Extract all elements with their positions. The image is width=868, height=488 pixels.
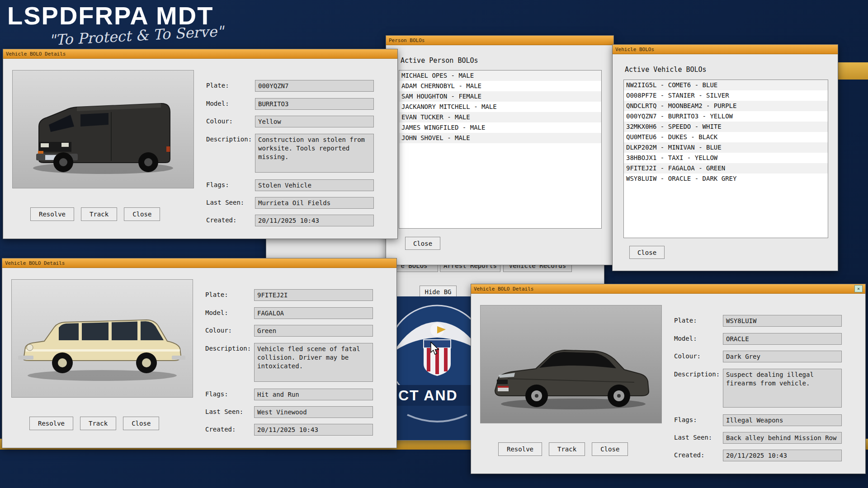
bolo-list-item[interactable]: JAMES WINGFILED - MALE — [399, 122, 601, 133]
bolo-list-item[interactable]: 9FITEJ2I - FAGALOA - GREEN — [624, 163, 828, 174]
description-field[interactable]: Suspect dealing illegal firearms from ve… — [723, 369, 842, 408]
bolo-list-item[interactable]: DLKP202M - MINIVAN - BLUE — [624, 142, 828, 153]
plate-label: Plate: — [205, 291, 228, 298]
last-seen-label: Last Seen: — [206, 199, 244, 206]
flags-label: Flags: — [206, 181, 229, 188]
description-label: Description: — [205, 345, 251, 352]
resolve-button[interactable]: Resolve — [30, 207, 74, 221]
bolo-list-item[interactable]: 38HBOJX1 - TAXI - YELLOW — [624, 153, 828, 163]
window-title: Vehicle BOLO Details — [5, 260, 65, 266]
bolo-list-item[interactable]: QNDCLRTQ - MOONBEAM2 - PURPLE — [624, 101, 828, 111]
bolo-details-window-fagaloa: Vehicle BOLO Details — [2, 258, 397, 448]
colour-label: Colour: — [674, 352, 701, 360]
plate-label: Plate: — [206, 82, 229, 89]
person-bolos-window: Person BOLOs Active Person BOLOs MICHAEL… — [386, 35, 614, 265]
vehicle-bolos-list[interactable]: NW2IIG5L - COMET6 - BLUEO008PF7E - STANI… — [623, 80, 828, 238]
window-title: Vehicle BOLOs — [615, 47, 654, 52]
close-button[interactable]: Close — [629, 246, 665, 259]
person-bolos-heading: Active Person BOLOs — [401, 56, 478, 65]
window-title: Vehicle BOLO Details — [6, 51, 66, 57]
model-field[interactable]: BURRITO3 — [255, 98, 374, 110]
description-label: Description: — [206, 136, 252, 143]
flags-field[interactable]: Hit and Run — [254, 389, 373, 400]
bolo-list-item[interactable]: 000YQZN7 - BURRITO3 - YELLOW — [624, 111, 828, 122]
gold-patch — [836, 62, 868, 80]
window-titlebar[interactable]: Vehicle BOLO Details — [2, 258, 396, 268]
close-button[interactable]: Close — [123, 417, 159, 430]
bolo-list-item[interactable]: NW2IIG5L - COMET6 - BLUE — [624, 80, 828, 90]
description-field[interactable]: Construction van stolen from worksite. T… — [255, 134, 374, 173]
track-button[interactable]: Track — [80, 417, 116, 430]
created-field[interactable]: 20/11/2025 10:43 — [723, 450, 842, 461]
bolo-list-item[interactable]: EVAN TUCKER - MALE — [399, 112, 601, 122]
bolo-list-item[interactable]: JOHN SHOVEL - MALE — [399, 133, 601, 143]
description-field[interactable]: Vehicle fled scene of fatal collision. D… — [254, 343, 373, 382]
vehicle-image-van — [12, 70, 194, 188]
plate-field[interactable]: 000YQZN7 — [255, 80, 374, 92]
colour-label: Colour: — [206, 117, 233, 125]
model-label: Model: — [205, 309, 228, 316]
bolo-list-item[interactable]: O008PF7E - STANIER - SILVER — [624, 90, 828, 101]
vehicle-bolos-heading: Active Vehicle BOLOs — [625, 66, 707, 74]
person-bolos-list[interactable]: MICHAEL OPES - MALEADAM CHERNOBYL - MALE… — [399, 70, 602, 229]
plate-field[interactable]: 9FITEJ2I — [254, 289, 373, 301]
model-field[interactable]: ORACLE — [723, 333, 842, 345]
model-label: Model: — [674, 335, 697, 342]
last-seen-label: Last Seen: — [674, 434, 712, 441]
resolve-button[interactable]: Resolve — [498, 442, 542, 456]
close-button[interactable]: Close — [592, 442, 628, 456]
model-field[interactable]: FAGALOA — [254, 307, 373, 319]
created-label: Created: — [205, 426, 236, 433]
last-seen-label: Last Seen: — [205, 408, 243, 415]
window-titlebar[interactable]: Person BOLOs — [386, 36, 613, 45]
close-button[interactable]: Close — [124, 207, 160, 221]
bolo-details-window-burrito: Vehicle BOLO Details — [3, 49, 398, 239]
mouse-cursor — [429, 342, 441, 357]
last-seen-field[interactable]: Back alley behind Mission Row — [723, 432, 842, 444]
close-button[interactable]: Close — [405, 237, 440, 250]
bolo-list-item[interactable]: MICHAEL OPES - MALE — [399, 70, 601, 81]
bolo-list-item[interactable]: 32MKX0H6 - SPEEDO - WHITE — [624, 122, 828, 132]
bolo-list-item[interactable]: JACKANORY MITCHELL - MALE — [399, 102, 601, 112]
window-titlebar[interactable]: Vehicle BOLO Details ✕ — [471, 284, 865, 294]
flags-field[interactable]: Stolen Vehicle — [255, 179, 374, 191]
window-close-icon[interactable]: ✕ — [854, 285, 863, 292]
last-seen-field[interactable]: Murrieta Oil Fields — [255, 197, 374, 209]
flags-label: Flags: — [674, 416, 697, 423]
vehicle-bolos-window: Vehicle BOLOs Active Vehicle BOLOs NW2II… — [612, 44, 838, 271]
window-title: Person BOLOs — [389, 38, 425, 43]
window-title: Vehicle BOLO Details — [474, 286, 533, 292]
desktop: LSPDFRPA MDT "To Protect & To Serve" e B… — [0, 0, 868, 488]
bolo-list-item[interactable]: QU0MTEU6 - DUKES - BLACK — [624, 132, 828, 142]
colour-field[interactable]: Yellow — [255, 116, 374, 127]
created-label: Created: — [206, 216, 236, 224]
model-label: Model: — [206, 100, 229, 107]
vehicle-image-sedan — [480, 305, 662, 423]
bolo-list-item[interactable]: ADAM CHERNOBYL - MALE — [399, 81, 601, 91]
track-button[interactable]: Track — [81, 207, 117, 221]
colour-label: Colour: — [205, 327, 232, 334]
bolo-list-item[interactable]: WSY8LUIW - ORACLE - DARK GREY — [624, 174, 828, 184]
colour-field[interactable]: Dark Grey — [723, 351, 842, 362]
window-titlebar[interactable]: Vehicle BOLO Details — [3, 49, 397, 59]
flags-field[interactable]: Illegal Weapons — [723, 414, 842, 426]
resolve-button[interactable]: Resolve — [29, 417, 73, 430]
window-titlebar[interactable]: Vehicle BOLOs — [613, 45, 838, 54]
bolo-details-window-oracle: Vehicle BOLO Details ✕ Res — [471, 284, 866, 474]
plate-label: Plate: — [674, 317, 697, 324]
seal-banner-text: CT AND — [398, 387, 458, 404]
track-button[interactable]: Track — [549, 442, 585, 456]
colour-field[interactable]: Green — [254, 325, 373, 337]
last-seen-field[interactable]: West Vinewood — [254, 406, 373, 418]
plate-field[interactable]: WSY8LUIW — [723, 315, 842, 327]
flags-label: Flags: — [205, 390, 228, 398]
bolo-list-item[interactable]: SAM HOUGHTON - FEMALE — [399, 91, 601, 102]
created-field[interactable]: 20/11/2025 10:43 — [255, 215, 374, 226]
vehicle-image-wagon — [11, 279, 193, 398]
created-label: Created: — [674, 451, 704, 459]
created-field[interactable]: 20/11/2025 10:43 — [254, 424, 373, 436]
description-label: Description: — [674, 371, 720, 378]
